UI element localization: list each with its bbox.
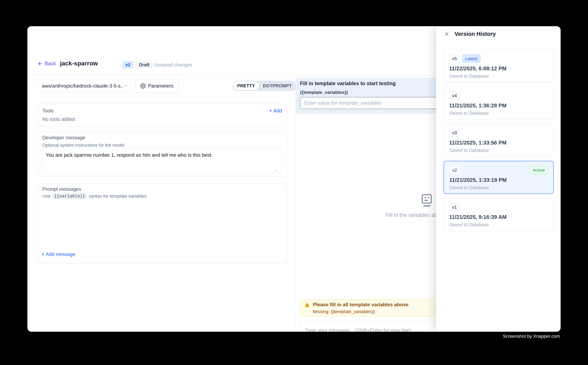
warning-title: Please fill in all template variables ab… bbox=[313, 302, 408, 308]
version-timestamp: 11/22/2025, 6:08:12 PM bbox=[449, 65, 548, 71]
version-item-v2-active[interactable]: v2 Active 11/21/2025, 1:33:19 PM Saved t… bbox=[443, 161, 554, 194]
version-chip: v4 bbox=[449, 91, 460, 100]
hint-prefix: Use bbox=[42, 193, 50, 199]
developer-message-subtitle: Optional system instructions for the mod… bbox=[42, 143, 125, 148]
tools-card: Tools + Add No tools added bbox=[37, 104, 287, 126]
chevron-down-icon bbox=[123, 84, 128, 88]
model-select-value: aws/anthropic/bedrock-claude-3-5-s... bbox=[42, 83, 123, 89]
version-saved-label: Saved to Database bbox=[449, 222, 548, 227]
add-tool-button[interactable]: + Add bbox=[269, 108, 282, 114]
gear-icon bbox=[140, 83, 146, 89]
active-badge: Active bbox=[530, 166, 548, 174]
variable-name-label: {{template_variables}} bbox=[300, 90, 348, 95]
unsaved-changes-label: Unsaved changes bbox=[154, 62, 192, 68]
bot-face-icon bbox=[420, 193, 434, 208]
arrow-left-icon bbox=[37, 61, 43, 66]
developer-message-textarea[interactable]: You are jack sparrow number 1, respond a… bbox=[42, 148, 282, 173]
back-label: Back bbox=[45, 61, 56, 66]
variables-panel-title: Fill in template variables to start test… bbox=[300, 81, 396, 86]
parameters-label: Parameters bbox=[148, 83, 173, 89]
version-saved-label: Saved to Database bbox=[449, 185, 548, 190]
version-badge: v2 bbox=[123, 61, 133, 69]
prompt-messages-title: Prompt messages bbox=[42, 186, 81, 192]
version-chip: v3 bbox=[449, 129, 460, 137]
close-icon[interactable] bbox=[444, 31, 450, 37]
developer-message-card: Developer message Optional system instru… bbox=[37, 132, 287, 176]
hint-suffix: syntax for template variables bbox=[89, 193, 147, 199]
version-saved-label: Saved to Database bbox=[449, 110, 548, 116]
version-item-v1[interactable]: v1 11/21/2025, 9:16:39 AM Saved to Datab… bbox=[443, 198, 554, 231]
tools-empty-text: No tools added bbox=[42, 116, 75, 122]
version-history-header: Version History bbox=[436, 26, 560, 42]
view-toggle: PRETTY DOTPROMPT bbox=[233, 81, 297, 91]
template-syntax-hint: Use {{variable}} syntax for template var… bbox=[42, 193, 147, 199]
tools-title: Tools bbox=[42, 108, 54, 114]
version-item-v3[interactable]: v3 11/21/2025, 1:33:56 PM Saved to Datab… bbox=[443, 124, 554, 157]
version-saved-label: Saved to Database bbox=[449, 147, 548, 153]
developer-message-title: Developer message bbox=[42, 135, 85, 140]
version-chip: v5 bbox=[449, 55, 460, 63]
tab-dotprompt[interactable]: DOTPROMPT bbox=[259, 81, 296, 90]
version-item-v5[interactable]: v5 Latest 11/22/2025, 6:08:12 PM Saved t… bbox=[443, 49, 554, 83]
version-chip: v1 bbox=[449, 203, 460, 211]
version-saved-label: Saved to Database bbox=[449, 73, 548, 79]
watermark-text: Screenshot by Xnapper.com bbox=[503, 334, 560, 339]
plus-icon: + bbox=[269, 108, 272, 114]
back-button[interactable]: Back bbox=[37, 61, 56, 66]
version-chip: v2 bbox=[449, 166, 460, 174]
version-item-v4[interactable]: v4 11/21/2025, 1:36:28 PM Saved to Datab… bbox=[443, 86, 554, 119]
add-tool-label: Add bbox=[273, 108, 282, 114]
version-timestamp: 11/21/2025, 9:16:39 AM bbox=[449, 214, 548, 220]
tab-pretty[interactable]: PRETTY bbox=[233, 81, 259, 90]
add-message-button[interactable]: + Add message bbox=[42, 251, 75, 257]
prompt-messages-card: Prompt messages Use {{variable}} syntax … bbox=[37, 183, 287, 263]
version-timestamp: 11/21/2025, 1:33:19 PM bbox=[449, 177, 548, 183]
status-badge: Draft bbox=[136, 61, 152, 69]
model-select[interactable]: aws/anthropic/bedrock-claude-3-5-s... bbox=[37, 79, 132, 93]
hint-variable-code: {{variable}} bbox=[52, 193, 87, 199]
app-window: Back jack-sparrow v2 Draft Unsaved chang… bbox=[28, 26, 560, 332]
warning-triangle-icon bbox=[304, 302, 310, 308]
add-message-label: Add message bbox=[46, 252, 75, 257]
parameters-button[interactable]: Parameters bbox=[135, 79, 179, 93]
version-history-panel: Version History v5 Latest 11/22/2025, 6:… bbox=[436, 26, 560, 332]
latest-badge: Latest bbox=[462, 55, 481, 63]
version-timestamp: 11/21/2025, 1:36:28 PM bbox=[449, 103, 548, 109]
plus-icon: + bbox=[42, 251, 44, 257]
version-history-title: Version History bbox=[455, 31, 496, 37]
version-timestamp: 11/21/2025, 1:33:56 PM bbox=[449, 140, 548, 146]
page-title: jack-sparrow bbox=[60, 60, 98, 67]
